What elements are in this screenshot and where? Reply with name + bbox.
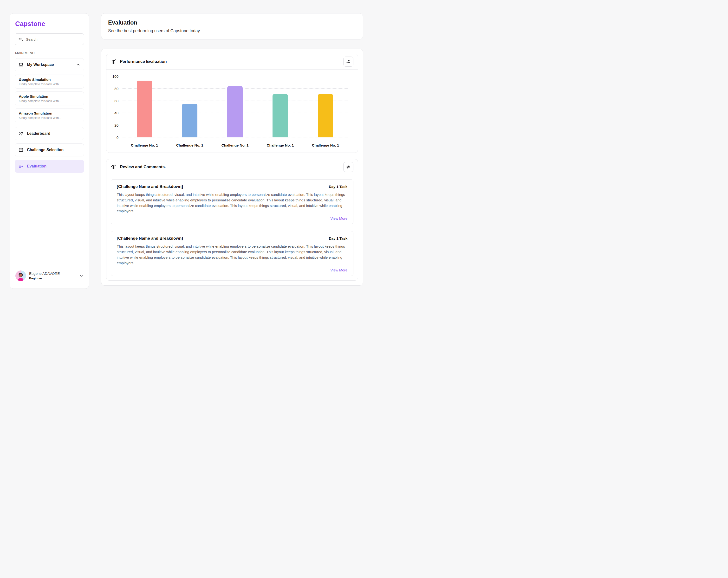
bar-challenge-2 xyxy=(182,104,198,137)
x-axis-label: Challenge No. 1 xyxy=(122,143,167,147)
evaluation-arrow-icon xyxy=(18,164,24,169)
main-menu-label: MAIN MENU xyxy=(15,51,83,55)
review-card: [Challenge Name and Breakdown] Day 1 Tas… xyxy=(111,179,354,224)
user-info: Eugene ADAVORE Beginner xyxy=(29,271,60,280)
y-tick-label: 0 xyxy=(116,136,119,140)
search-input[interactable] xyxy=(26,37,80,42)
y-tick-label: 100 xyxy=(112,74,119,78)
x-axis-label: Challenge No. 1 xyxy=(167,143,212,147)
book-grid-icon xyxy=(18,147,24,153)
combo-chart-icon xyxy=(111,164,116,170)
chart-plot-area xyxy=(122,76,348,137)
bar-challenge-1 xyxy=(137,81,152,137)
x-axis-label: Challenge No. 1 xyxy=(258,143,303,147)
sidebar-item-challenge-selection[interactable]: Challenge Selection xyxy=(15,143,84,157)
sidebar-item-evaluation[interactable]: Evaluation xyxy=(15,160,84,173)
y-tick-label: 20 xyxy=(114,123,119,127)
sidebar-item-label: Leaderboard xyxy=(27,131,50,136)
simulation-title: Google Simulation xyxy=(19,78,80,82)
app-root: Capstone MAIN MENU My Workspace Google S… xyxy=(0,0,364,289)
performance-panel: Performance Evaluation 020406080100 xyxy=(106,54,358,153)
sidebar-item-amazon-simulation[interactable]: Amazon Simulation Kindly complete this t… xyxy=(15,108,84,122)
app-logo: Capstone xyxy=(15,20,83,28)
laptop-icon xyxy=(18,62,24,67)
sidebar-item-google-simulation[interactable]: Google Simulation Kindly complete this t… xyxy=(15,75,84,88)
content-card: Performance Evaluation 020406080100 xyxy=(101,49,363,286)
sidebar-item-my-workspace[interactable]: My Workspace xyxy=(15,58,84,71)
combo-chart-icon xyxy=(111,59,116,64)
view-more-link[interactable]: View More xyxy=(330,216,347,220)
sidebar-item-label: My Workspace xyxy=(27,62,54,67)
simulation-title: Apple Simulation xyxy=(19,94,80,99)
sidebar-item-label: Challenge Selection xyxy=(27,148,63,152)
simulation-subtitle: Kindly complete this task With... xyxy=(19,100,80,103)
y-tick-label: 40 xyxy=(114,111,119,115)
chevron-down-icon[interactable] xyxy=(79,274,83,278)
sliders-icon xyxy=(346,59,351,64)
reviews-panel-header: Review and Comments. xyxy=(106,159,358,175)
chevron-up-icon[interactable] xyxy=(76,62,80,67)
user-name-link[interactable]: Eugene ADAVORE xyxy=(29,271,60,276)
performance-filter-button[interactable] xyxy=(343,57,354,67)
review-title: [Challenge Name and Breakdown] xyxy=(117,236,183,241)
review-card: [Challenge Name and Breakdown] Day 1 Tas… xyxy=(111,231,354,276)
main-content: Evaluation See the best performing users… xyxy=(101,13,363,289)
user-level: Beginner xyxy=(29,277,60,280)
bar-challenge-3 xyxy=(227,86,243,137)
search-box[interactable] xyxy=(15,33,84,45)
review-body: This layout keeps things structured, vis… xyxy=(117,244,347,266)
page-subtitle: See the best performing users of Capston… xyxy=(108,28,356,33)
y-tick-label: 80 xyxy=(114,86,119,90)
review-body: This layout keeps things structured, vis… xyxy=(117,192,347,214)
chart-y-axis: 020406080100 xyxy=(108,76,122,137)
user-profile[interactable]: Eugene ADAVORE Beginner xyxy=(15,269,84,283)
performance-panel-title: Performance Evaluation xyxy=(120,59,167,64)
bar-challenge-4 xyxy=(272,94,288,137)
review-day-badge: Day 1 Task xyxy=(329,236,347,240)
x-axis-label: Challenge No. 1 xyxy=(212,143,258,147)
reviews-filter-button[interactable] xyxy=(343,162,354,172)
reviews-panel: Review and Comments. [Challenge Name and… xyxy=(106,159,358,281)
performance-chart: 020406080100 Challenge No. 1Challenge No… xyxy=(106,70,358,153)
review-list: [Challenge Name and Breakdown] Day 1 Tas… xyxy=(106,175,358,280)
sidebar-item-label: Evaluation xyxy=(27,164,47,168)
search-icon xyxy=(18,37,23,42)
review-title: [Challenge Name and Breakdown] xyxy=(117,184,183,189)
simulation-title: Amazon Simulation xyxy=(19,111,80,115)
review-day-badge: Day 1 Task xyxy=(329,185,347,189)
view-more-link[interactable]: View More xyxy=(330,268,347,272)
sidebar-item-leaderboard[interactable]: Leaderboard xyxy=(15,127,84,140)
page-header: Evaluation See the best performing users… xyxy=(101,13,363,39)
avatar xyxy=(15,270,26,281)
page-title: Evaluation xyxy=(108,19,356,26)
chart-x-axis: Challenge No. 1Challenge No. 1Challenge … xyxy=(122,143,348,147)
sidebar-item-apple-simulation[interactable]: Apple Simulation Kindly complete this ta… xyxy=(15,91,84,105)
sidebar-spacer xyxy=(15,176,84,269)
people-icon xyxy=(18,131,24,136)
x-axis-label: Challenge No. 1 xyxy=(303,143,348,147)
simulation-subtitle: Kindly complete this task With... xyxy=(19,83,80,86)
bar-challenge-5 xyxy=(318,94,333,137)
y-tick-label: 60 xyxy=(114,99,119,103)
performance-panel-header: Performance Evaluation xyxy=(106,54,358,70)
sliders-icon xyxy=(346,165,351,169)
simulation-subtitle: Kindly complete this task With... xyxy=(19,116,80,119)
reviews-panel-title: Review and Comments. xyxy=(120,165,166,169)
sidebar: Capstone MAIN MENU My Workspace Google S… xyxy=(10,13,89,289)
